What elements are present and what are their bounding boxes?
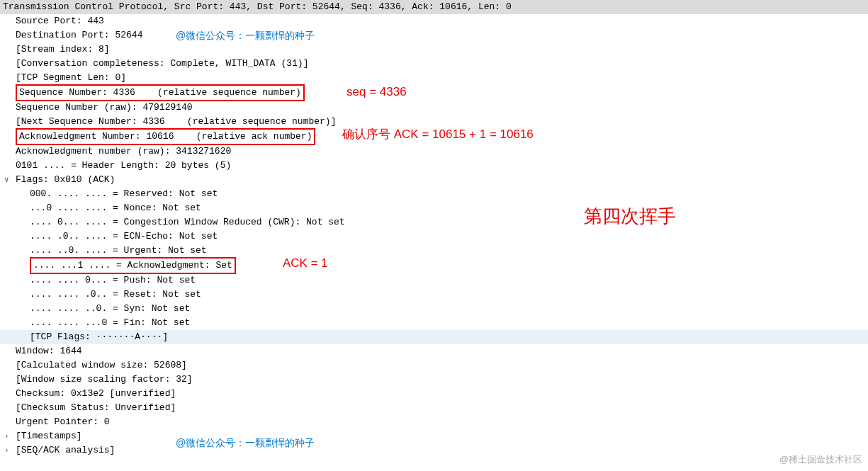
chevron-right-icon[interactable]: › [4,443,9,458]
flag-ack[interactable]: .... ...1 .... = Acknowledgment: Set [0,258,868,273]
field-win-scale[interactable]: [Window size scaling factor: 32] [0,373,868,387]
ack-flag-highlight-box: .... ...1 .... = Acknowledgment: Set [30,257,236,274]
flag-tcp-flags-str[interactable]: [TCP Flags: ·······A····] [0,330,868,344]
field-ack-number-raw[interactable]: Acknowledgment number (raw): 3413271620 [0,144,868,159]
field-next-seq-number[interactable]: [Next Sequence Number: 4336 (relative se… [0,115,868,129]
field-urgent-pointer[interactable]: Urgent Pointer: 0 [0,415,868,429]
flag-nonce[interactable]: ...0 .... .... = Nonce: Not set [0,201,868,215]
field-stream-index[interactable]: [Stream index: 8] [0,42,868,57]
title-annotation: 第四次挥手 [584,209,676,223]
flag-reset[interactable]: .... .... .0.. = Reset: Not set [0,288,868,302]
field-window[interactable]: Window: 1644 [0,344,868,358]
ack-highlight-box: Acknowledgment Number: 10616 (relative a… [16,128,315,145]
field-dest-port[interactable]: Destination Port: 52644 [0,28,868,42]
tcp-header-summary: Transmission Control Protocol, Src Port:… [0,0,868,14]
flag-reserved[interactable]: 000. .... .... = Reserved: Not set [0,187,868,201]
field-flags[interactable]: ∨Flags: 0x010 (ACK) [0,173,868,187]
flag-syn[interactable]: .... .... ..0. = Syn: Not set [0,302,868,316]
seq-annotation: seq = 4336 [346,85,407,99]
flag-ecn[interactable]: .... .0.. .... = ECN-Echo: Not set [0,229,868,244]
field-seq-number[interactable]: Sequence Number: 4336 (relative sequence… [0,85,868,101]
field-conv-completeness[interactable]: [Conversation completeness: Complete, WI… [0,57,868,71]
seq-highlight-box: Sequence Number: 4336 (relative sequence… [16,84,305,101]
chevron-right-icon[interactable]: › [4,429,9,443]
ack-flag-annotation: ACK = 1 [283,256,328,271]
watermark-bottom: @微信公众号：一颗剽悍的种子 [176,436,315,450]
field-seq-number-raw[interactable]: Sequence Number (raw): 479129140 [0,101,868,115]
field-tcp-seg-len[interactable]: [TCP Segment Len: 0] [0,71,868,85]
flag-urgent[interactable]: .... ..0. .... = Urgent: Not set [0,244,868,258]
footer-credit: @稀土掘金技术社区 [779,453,862,467]
flag-cwr[interactable]: .... 0... .... = Congestion Window Reduc… [0,215,868,229]
header-text: Transmission Control Protocol, Src Port:… [3,1,512,12]
field-calc-window[interactable]: [Calculated window size: 52608] [0,358,868,373]
field-checksum-status[interactable]: [Checksum Status: Unverified] [0,401,868,415]
watermark-top: @微信公众号：一颗剽悍的种子 [176,28,315,42]
field-timestamps[interactable]: ›[Timestamps] [0,429,868,443]
field-source-port[interactable]: Source Port: 443 [0,14,868,28]
field-seq-ack-analysis[interactable]: ›[SEQ/ACK analysis] [0,443,868,458]
field-checksum[interactable]: Checksum: 0x13e2 [unverified] [0,387,868,401]
chevron-down-icon[interactable]: ∨ [4,173,9,187]
ack-annotation: 确认序号 ACK = 10615 + 1 = 10616 [342,127,534,142]
field-header-length[interactable]: 0101 .... = Header Length: 20 bytes (5) [0,159,868,173]
flag-push[interactable]: .... .... 0... = Push: Not set [0,273,868,288]
flag-fin[interactable]: .... .... ...0 = Fin: Not set [0,316,868,330]
